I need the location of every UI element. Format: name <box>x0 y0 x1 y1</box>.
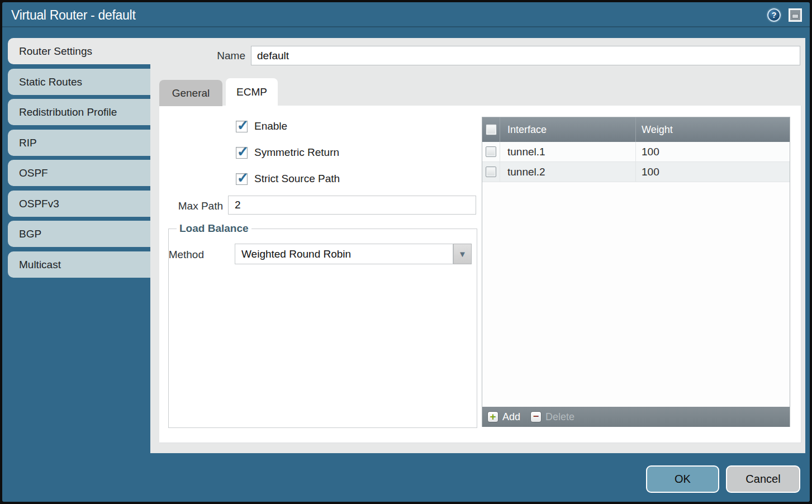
sidebar-item-static-routes[interactable]: Static Routes <box>8 69 150 95</box>
sidebar-item-label: OSPFv3 <box>19 198 59 210</box>
table-header-row: Interface Weight <box>482 117 790 142</box>
sidebar-item-label: OSPF <box>19 167 48 179</box>
row-checkbox-cell <box>482 162 500 182</box>
strict-source-path-checkbox[interactable]: ✓ <box>236 173 248 185</box>
weight-cell[interactable]: 100 <box>636 142 790 161</box>
chevron-down-icon: ▼ <box>458 249 467 259</box>
load-balance-legend: Load Balance <box>177 222 251 235</box>
interface-cell[interactable]: tunnel.2 <box>500 162 636 182</box>
symmetric-return-checkbox-row: ✓ Symmetric Return <box>236 146 339 159</box>
sidebar-item-ospfv3[interactable]: OSPFv3 <box>8 191 150 217</box>
cancel-button[interactable]: Cancel <box>726 465 800 493</box>
sidebar-item-label: Static Routes <box>19 76 82 88</box>
checkmark-icon: ✓ <box>237 117 249 134</box>
name-label: Name <box>170 50 245 62</box>
ok-button-label: OK <box>675 473 691 486</box>
sidebar-item-redistribution-profile[interactable]: Redistribution Profile <box>8 99 150 125</box>
titlebar: Virtual Router - default ? <box>2 4 810 27</box>
sidebar-item-router-settings[interactable]: Router Settings <box>8 38 151 64</box>
cancel-button-label: Cancel <box>745 473 780 486</box>
tab-ecmp[interactable]: ECMP <box>226 78 278 106</box>
table-row[interactable]: tunnel.1 100 <box>482 142 790 162</box>
max-path-label: Max Path <box>145 200 223 212</box>
popout-window-icon-inner <box>792 14 799 18</box>
table-footer-toolbar: + Add − Delete <box>482 407 790 427</box>
symmetric-return-label: Symmetric Return <box>254 146 339 159</box>
titlebar-icons: ? <box>767 8 810 22</box>
minus-icon: − <box>533 411 539 421</box>
sidebar-item-label: RIP <box>19 137 37 149</box>
ok-button[interactable]: OK <box>646 465 719 493</box>
ecmp-interface-table: Interface Weight tunnel.1 100 tunnel.2 1… <box>482 117 790 427</box>
row-checkbox[interactable] <box>486 146 496 157</box>
dialog-title: Virtual Router - default <box>2 8 136 23</box>
select-all-checkbox[interactable] <box>486 124 497 135</box>
enable-checkbox[interactable]: ✓ <box>236 121 248 132</box>
help-icon[interactable]: ? <box>767 8 781 22</box>
enable-label: Enable <box>254 120 287 132</box>
weight-column-header[interactable]: Weight <box>636 117 790 142</box>
tab-label: General <box>172 87 210 99</box>
plus-icon: + <box>490 411 496 422</box>
row-checkbox[interactable] <box>486 167 496 177</box>
strict-source-path-checkbox-row: ✓ Strict Source Path <box>236 172 340 186</box>
name-input[interactable] <box>251 46 800 65</box>
header-checkbox-cell <box>482 117 500 142</box>
delete-button[interactable]: Delete <box>545 411 574 423</box>
row-checkbox-cell <box>482 142 500 161</box>
checkmark-icon: ✓ <box>237 144 249 160</box>
delete-button-icon[interactable]: − <box>530 411 542 422</box>
sidebar-item-label: Router Settings <box>19 45 92 58</box>
sidebar-item-ospf[interactable]: OSPF <box>8 160 150 186</box>
table-row[interactable]: tunnel.2 100 <box>482 162 790 182</box>
popout-window-icon[interactable] <box>789 8 802 22</box>
sidebar-item-bgp[interactable]: BGP <box>8 221 150 247</box>
max-path-input[interactable] <box>228 196 476 215</box>
checkmark-icon: ✓ <box>237 170 249 186</box>
method-dropdown-button[interactable]: ▼ <box>453 244 472 264</box>
symmetric-return-checkbox[interactable]: ✓ <box>236 147 248 159</box>
tab-general[interactable]: General <box>159 80 222 106</box>
tab-label: ECMP <box>236 86 267 98</box>
sidebar-item-label: BGP <box>19 228 41 240</box>
enable-checkbox-row: ✓ Enable <box>236 120 287 133</box>
add-button[interactable]: Add <box>502 411 520 423</box>
weight-cell[interactable]: 100 <box>636 162 790 182</box>
method-dropdown-input[interactable] <box>235 244 453 264</box>
add-button-icon[interactable]: + <box>487 411 498 422</box>
load-balance-fieldset: Load Balance Method ▼ <box>168 229 477 428</box>
method-label: Method <box>31 249 204 261</box>
interface-column-header[interactable]: Interface <box>500 117 636 142</box>
strict-source-path-label: Strict Source Path <box>254 173 340 185</box>
sidebar-item-label: Redistribution Profile <box>19 106 117 118</box>
interface-cell[interactable]: tunnel.1 <box>500 142 636 161</box>
sidebar-item-rip[interactable]: RIP <box>8 130 150 156</box>
virtual-router-dialog: Virtual Router - default ? Router Settin… <box>2 2 810 502</box>
